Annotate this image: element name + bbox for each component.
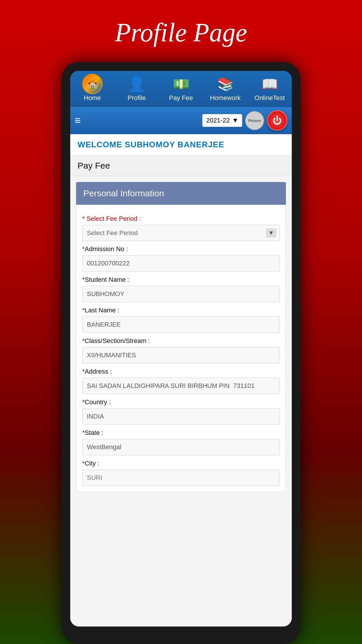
admission-input[interactable] (82, 255, 280, 272)
top-navbar: 🏫 Home 👤 Profile 💵 Pay Fee (70, 71, 292, 107)
page-title: Profile Page (115, 0, 247, 62)
nav-homework-label: Homework (210, 94, 240, 102)
secondary-toolbar: ≡ 2021-22 ▼ Picture ⏻ (70, 107, 292, 134)
nav-home[interactable]: 🏫 Home (70, 74, 115, 103)
nav-onlinetest[interactable]: 📖 OnlineTest (247, 74, 292, 103)
state-label: *State : (82, 429, 280, 437)
phone-screen: 🏫 Home 👤 Profile 💵 Pay Fee (70, 71, 292, 626)
welcome-message: WELCOME SUBHOMOY BANERJEE (78, 140, 284, 149)
last-name-label: *Last Name : (82, 307, 280, 314)
homework-icon: 📚 (215, 75, 236, 93)
nav-home-label: Home (84, 94, 101, 102)
address-input[interactable] (82, 378, 280, 394)
profile-icon: 👤 (126, 75, 147, 93)
select-fee-period[interactable]: Select Fee Period (82, 225, 280, 241)
content-area: Personal Information * Select Fee Period… (70, 176, 292, 626)
payfee-icon: 💵 (171, 75, 191, 93)
nav-homework[interactable]: 📚 Homework (203, 74, 247, 103)
last-name-input[interactable] (82, 316, 280, 333)
select-fee-label: * Select Fee Period : (82, 215, 280, 223)
nav-payfee-label: Pay Fee (169, 94, 193, 102)
personal-info-form: * Select Fee Period : Select Fee Period … (76, 205, 286, 492)
picture-button[interactable]: Picture (245, 111, 264, 130)
nav-onlinetest-label: OnlineTest (254, 94, 285, 102)
power-icon: ⏻ (273, 115, 282, 126)
hamburger-menu[interactable]: ≡ (75, 114, 81, 127)
pay-fee-bar: Pay Fee (70, 155, 292, 176)
nav-profile-label: Profile (128, 94, 146, 102)
student-name-label: *Student Name : (82, 276, 280, 284)
school-logo: 🏫 (82, 74, 103, 94)
nav-payfee[interactable]: 💵 Pay Fee (159, 74, 203, 103)
class-section-label: *Class/Section/Stream : (82, 337, 280, 345)
power-button[interactable]: ⏻ (267, 110, 287, 131)
select-fee-wrapper: Select Fee Period ▼ (82, 225, 280, 241)
phone-device: 🏫 Home 👤 Profile 💵 Pay Fee (61, 62, 301, 644)
nav-profile[interactable]: 👤 Profile (115, 74, 159, 103)
city-input[interactable] (82, 470, 280, 486)
pay-fee-title: Pay Fee (78, 161, 284, 171)
personal-info-header: Personal Information (76, 182, 286, 205)
welcome-bar: WELCOME SUBHOMOY BANERJEE (70, 134, 292, 155)
home-icon-wrapper: 🏫 (82, 75, 103, 93)
student-name-input[interactable] (82, 286, 280, 302)
city-label: *City : (82, 460, 280, 467)
admission-label: *Admission No : (82, 245, 280, 253)
country-label: *Country : (82, 398, 280, 406)
year-value: 2021-22 (206, 117, 230, 124)
year-selector[interactable]: 2021-22 ▼ (202, 114, 242, 127)
class-section-input[interactable] (82, 347, 280, 363)
state-input[interactable] (82, 439, 280, 455)
onlinetest-icon: 📖 (259, 75, 280, 93)
year-dropdown-arrow: ▼ (232, 117, 238, 124)
country-input[interactable] (82, 408, 280, 425)
address-label: *Address : (82, 368, 280, 375)
